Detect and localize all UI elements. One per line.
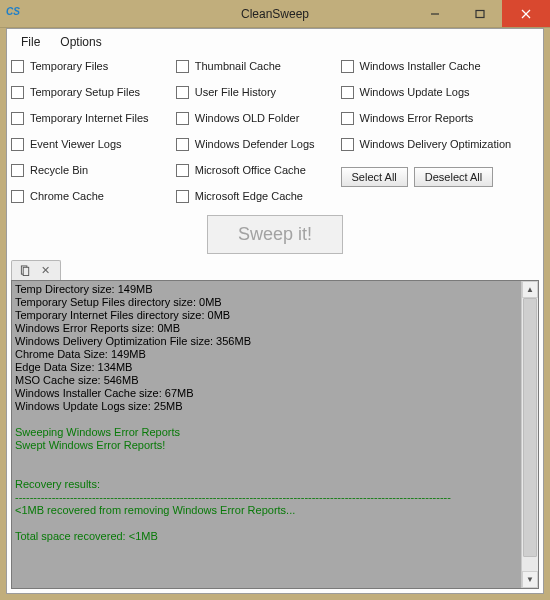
log-divider: ----------------------------------------… — [15, 491, 451, 503]
checkbox-icon — [11, 190, 24, 203]
checkbox-icon — [11, 138, 24, 151]
menubar: File Options — [7, 29, 543, 55]
chk-recycle-bin[interactable]: Recycle Bin — [11, 161, 170, 179]
app-icon: CS — [6, 6, 22, 22]
log-results-header: Recovery results: — [15, 478, 100, 490]
maximize-button[interactable] — [457, 0, 502, 27]
client-area: File Options Temporary Files Temporary S… — [6, 28, 544, 594]
chk-label: Thumbnail Cache — [195, 60, 281, 72]
menu-options[interactable]: Options — [52, 33, 109, 51]
checkbox-icon — [176, 86, 189, 99]
log-sizes: Temp Directory size: 149MB Temporary Set… — [15, 283, 251, 412]
scroll-down-button[interactable]: ▼ — [522, 571, 538, 588]
selection-buttons: Select All Deselect All — [341, 167, 539, 187]
checkbox-icon — [341, 60, 354, 73]
chk-label: Chrome Cache — [30, 190, 104, 202]
checkbox-grid: Temporary Files Temporary Setup Files Te… — [7, 55, 543, 211]
chk-chrome-cache[interactable]: Chrome Cache — [11, 187, 170, 205]
checkbox-icon — [176, 112, 189, 125]
checkbox-icon — [341, 138, 354, 151]
chk-microsoft-edge-cache[interactable]: Microsoft Edge Cache — [176, 187, 335, 205]
chk-windows-error-reports[interactable]: Windows Error Reports — [341, 109, 539, 127]
console-area: Temp Directory size: 149MB Temporary Set… — [11, 280, 539, 589]
chk-thumbnail-cache[interactable]: Thumbnail Cache — [176, 57, 335, 75]
chk-label: Microsoft Edge Cache — [195, 190, 303, 202]
chk-label: Windows Error Reports — [360, 112, 474, 124]
deselect-all-button[interactable]: Deselect All — [414, 167, 493, 187]
minimize-icon — [430, 9, 440, 19]
log-swept: Swept Windows Error Reports! — [15, 439, 165, 451]
log-total: Total space recovered: <1MB — [15, 530, 158, 542]
minimize-button[interactable] — [412, 0, 457, 27]
chk-user-file-history[interactable]: User File History — [176, 83, 335, 101]
chk-label: Windows OLD Folder — [195, 112, 300, 124]
scroll-thumb[interactable] — [523, 298, 537, 557]
close-button[interactable] — [502, 0, 550, 27]
chk-windows-update-logs[interactable]: Windows Update Logs — [341, 83, 539, 101]
chk-label: Windows Defender Logs — [195, 138, 315, 150]
checkbox-col-2: Thumbnail Cache User File History Window… — [176, 57, 335, 205]
log-sweeping: Sweeping Windows Error Reports — [15, 426, 180, 438]
chk-label: Windows Update Logs — [360, 86, 470, 98]
chk-windows-defender-logs[interactable]: Windows Defender Logs — [176, 135, 335, 153]
chk-temporary-internet-files[interactable]: Temporary Internet Files — [11, 109, 170, 127]
chk-label: Event Viewer Logs — [30, 138, 122, 150]
chk-label: Microsoft Office Cache — [195, 164, 306, 176]
chk-windows-old-folder[interactable]: Windows OLD Folder — [176, 109, 335, 127]
close-icon — [521, 9, 531, 19]
svg-rect-5 — [23, 267, 28, 275]
scrollbar[interactable]: ▲ ▼ — [521, 281, 538, 588]
chk-label: Windows Installer Cache — [360, 60, 481, 72]
checkbox-icon — [11, 164, 24, 177]
close-x-icon[interactable]: ✕ — [41, 265, 50, 276]
tabbar: ✕ — [7, 260, 543, 280]
chk-label: Temporary Setup Files — [30, 86, 140, 98]
chk-windows-installer-cache[interactable]: Windows Installer Cache — [341, 57, 539, 75]
chk-temporary-setup-files[interactable]: Temporary Setup Files — [11, 83, 170, 101]
checkbox-icon — [176, 190, 189, 203]
chk-label: Temporary Internet Files — [30, 112, 149, 124]
checkbox-col-1: Temporary Files Temporary Setup Files Te… — [11, 57, 170, 205]
sweep-area: Sweep it! — [7, 211, 543, 260]
checkbox-icon — [176, 60, 189, 73]
titlebar: CS CleanSweep — [0, 0, 550, 28]
window-controls — [412, 0, 550, 27]
document-icon — [20, 265, 31, 276]
console-output[interactable]: Temp Directory size: 149MB Temporary Set… — [12, 281, 521, 588]
checkbox-icon — [341, 112, 354, 125]
chk-label: User File History — [195, 86, 276, 98]
select-all-button[interactable]: Select All — [341, 167, 408, 187]
scroll-up-button[interactable]: ▲ — [522, 281, 538, 298]
output-tab[interactable]: ✕ — [11, 260, 61, 280]
checkbox-icon — [341, 86, 354, 99]
chk-windows-delivery-optimization[interactable]: Windows Delivery Optimization — [341, 135, 539, 153]
checkbox-icon — [176, 138, 189, 151]
maximize-icon — [475, 9, 485, 19]
checkbox-icon — [176, 164, 189, 177]
chk-microsoft-office-cache[interactable]: Microsoft Office Cache — [176, 161, 335, 179]
window-chrome: File Options Temporary Files Temporary S… — [0, 28, 550, 600]
checkbox-icon — [11, 86, 24, 99]
log-recovered: <1MB recovered from removing Windows Err… — [15, 504, 295, 516]
sweep-button[interactable]: Sweep it! — [207, 215, 343, 254]
checkbox-col-3: Windows Installer Cache Windows Update L… — [341, 57, 539, 205]
svg-rect-1 — [476, 10, 484, 17]
checkbox-icon — [11, 60, 24, 73]
menu-file[interactable]: File — [13, 33, 48, 51]
checkbox-icon — [11, 112, 24, 125]
chk-label: Temporary Files — [30, 60, 108, 72]
chk-label: Windows Delivery Optimization — [360, 138, 512, 150]
scroll-track[interactable] — [522, 298, 538, 571]
chk-event-viewer-logs[interactable]: Event Viewer Logs — [11, 135, 170, 153]
chk-label: Recycle Bin — [30, 164, 88, 176]
chk-temporary-files[interactable]: Temporary Files — [11, 57, 170, 75]
